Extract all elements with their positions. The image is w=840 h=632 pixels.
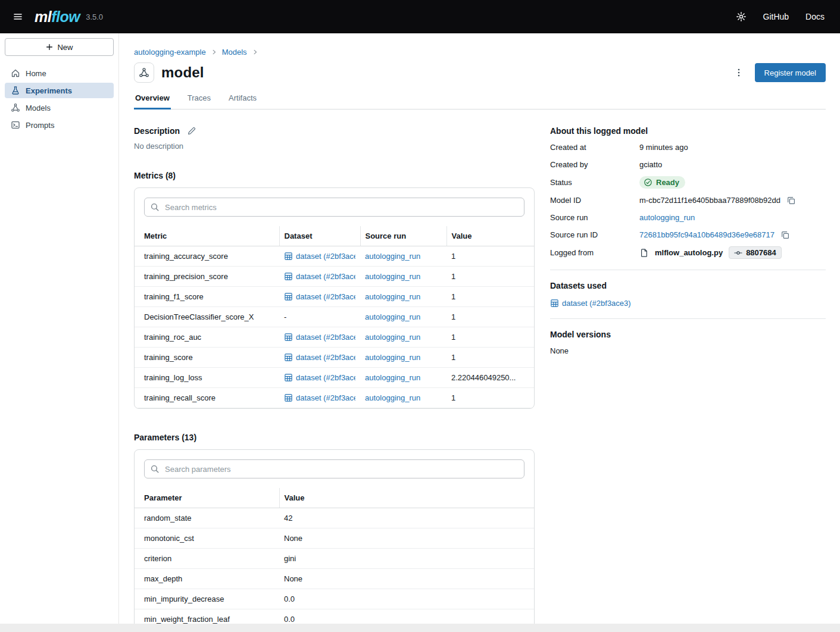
sidebar-item-experiments[interactable]: Experiments bbox=[5, 83, 114, 98]
description-header: Description bbox=[134, 126, 535, 136]
parameters-search-input[interactable] bbox=[144, 459, 524, 478]
dataset-cell: dataset (#2bf3ace3) bbox=[279, 267, 360, 287]
settings-gear-icon[interactable] bbox=[736, 11, 747, 22]
source-run-link[interactable]: autologging_run bbox=[365, 272, 420, 281]
field-label: Logged from bbox=[550, 248, 639, 257]
logo-ml: ml bbox=[35, 8, 51, 26]
metric-value: 1 bbox=[446, 246, 534, 267]
dataset-link-label: dataset (#2bf3ace3) bbox=[296, 292, 355, 301]
source-run-link[interactable]: autologging_run bbox=[365, 373, 420, 382]
parameter-value: None bbox=[279, 569, 534, 589]
breadcrumb-experiment-link[interactable]: autologging-example bbox=[134, 48, 206, 57]
field-label: Status bbox=[550, 178, 639, 187]
metrics-search-input[interactable] bbox=[144, 198, 524, 217]
source-run-link[interactable]: autologging_run bbox=[365, 312, 420, 321]
dataset-link[interactable]: dataset (#2bf3ace3) bbox=[284, 353, 355, 362]
source-run-link[interactable]: autologging_run bbox=[365, 292, 420, 301]
dataset-link[interactable]: dataset (#2bf3ace3) bbox=[284, 292, 355, 301]
field-label: Created at bbox=[550, 143, 639, 152]
tab-traces[interactable]: Traces bbox=[186, 92, 212, 109]
dataset-empty: - bbox=[284, 312, 286, 321]
dataset-link[interactable]: dataset (#2bf3ace3) bbox=[284, 333, 355, 342]
overview-content: Description No description Metrics (8) bbox=[134, 109, 826, 624]
dataset-link-label: dataset (#2bf3ace3) bbox=[562, 299, 631, 308]
main-content: autologging-example Models model Registe… bbox=[119, 33, 840, 624]
github-link[interactable]: GitHub bbox=[763, 12, 789, 21]
table-row: training_precision_score dataset (#2bf3a… bbox=[135, 267, 534, 287]
table-row: criterion gini bbox=[135, 549, 534, 569]
dataset-link[interactable]: dataset (#2bf3ace3) bbox=[284, 272, 355, 281]
version-label: 3.5.0 bbox=[86, 12, 103, 21]
parameter-value: gini bbox=[279, 549, 534, 569]
dataset-cell: - bbox=[279, 307, 360, 327]
breadcrumb: autologging-example Models bbox=[134, 48, 826, 57]
metric-name: training_roc_auc bbox=[135, 327, 279, 348]
sidebar-item-prompts[interactable]: Prompts bbox=[5, 117, 114, 133]
new-button[interactable]: New bbox=[5, 38, 114, 56]
source-run-cell: autologging_run bbox=[360, 348, 446, 368]
source-run-link[interactable]: autologging_run bbox=[365, 393, 420, 402]
dataset-link[interactable]: dataset (#2bf3ace3) bbox=[550, 299, 826, 308]
commit-hash: 8807684 bbox=[746, 248, 776, 257]
dataset-link-label: dataset (#2bf3ace3) bbox=[296, 252, 355, 261]
sidebar-item-home[interactable]: Home bbox=[5, 65, 114, 81]
parameters-header-row: Parameter Value bbox=[135, 488, 534, 508]
about-row-created-at: Created at 9 minutes ago bbox=[550, 142, 826, 153]
dataset-cell: dataset (#2bf3ace3) bbox=[279, 348, 360, 368]
overflow-menu-icon[interactable] bbox=[731, 65, 747, 80]
table-row: training_score dataset (#2bf3ace3) autol… bbox=[135, 348, 534, 368]
tab-overview[interactable]: Overview bbox=[134, 92, 171, 109]
table-row: training_recall_score dataset (#2bf3ace3… bbox=[135, 388, 534, 408]
sidebar-nav: Home Experiments Models Prompts bbox=[5, 65, 114, 133]
copy-icon[interactable] bbox=[780, 230, 790, 240]
table-row: min_weight_fraction_leaf 0.0 bbox=[135, 609, 534, 624]
about-row-source-run-id: Source run ID 72681bb95fc94a10b6489d36e9… bbox=[550, 229, 826, 240]
register-model-button[interactable]: Register model bbox=[755, 63, 826, 82]
about-row-source-run: Source run autologging_run bbox=[550, 212, 826, 223]
dataset-link[interactable]: dataset (#2bf3ace3) bbox=[284, 393, 355, 402]
parameter-name: criterion bbox=[135, 549, 279, 569]
model-icon bbox=[134, 62, 154, 83]
source-run-link[interactable]: autologging_run bbox=[365, 252, 420, 261]
sidebar-item-label: Home bbox=[26, 69, 46, 78]
field-value: autologging_run bbox=[639, 213, 695, 222]
column-header-metric: Metric bbox=[135, 226, 279, 246]
new-button-label: New bbox=[57, 43, 73, 52]
source-run-link[interactable]: autologging_run bbox=[365, 333, 420, 342]
dataset-link[interactable]: dataset (#2bf3ace3) bbox=[284, 373, 355, 382]
plus-icon bbox=[45, 43, 54, 51]
sidebar-item-models[interactable]: Models bbox=[5, 100, 114, 115]
table-row: min_impurity_decrease 0.0 bbox=[135, 589, 534, 609]
parameter-name: max_depth bbox=[135, 569, 279, 589]
mlflow-logo[interactable]: ml flow bbox=[35, 8, 80, 26]
dataset-cell: dataset (#2bf3ace3) bbox=[279, 287, 360, 307]
source-run-cell: autologging_run bbox=[360, 368, 446, 388]
status-badge-label: Ready bbox=[656, 178, 679, 187]
copy-icon[interactable] bbox=[786, 196, 796, 205]
top-navigation-bar: ml flow 3.5.0 GitHub Docs bbox=[0, 0, 840, 33]
field-value: gciatto bbox=[639, 160, 662, 169]
table-icon bbox=[284, 333, 293, 342]
tab-artifacts[interactable]: Artifacts bbox=[227, 92, 258, 109]
source-run-id-link[interactable]: 72681bb95fc94a10b6489d36e9e68717 bbox=[639, 230, 775, 239]
hamburger-menu-icon[interactable] bbox=[10, 8, 26, 25]
dataset-link[interactable]: dataset (#2bf3ace3) bbox=[284, 252, 355, 261]
metrics-search bbox=[144, 198, 524, 217]
breadcrumb-models-link[interactable]: Models bbox=[222, 48, 247, 57]
column-header-dataset: Dataset bbox=[279, 226, 360, 246]
field-value: mlflow_autolog.py 8807684 bbox=[639, 246, 782, 259]
metric-value: 1 bbox=[446, 388, 534, 408]
field-label: Created by bbox=[550, 160, 639, 169]
source-run-cell: autologging_run bbox=[360, 388, 446, 408]
page-header: model Register model bbox=[134, 62, 826, 83]
search-icon bbox=[150, 464, 160, 474]
dataset-cell: dataset (#2bf3ace3) bbox=[279, 388, 360, 408]
commit-badge[interactable]: 8807684 bbox=[729, 246, 782, 259]
source-run-link[interactable]: autologging_run bbox=[365, 353, 420, 362]
source-run-link[interactable]: autologging_run bbox=[639, 213, 695, 222]
docs-link[interactable]: Docs bbox=[805, 12, 825, 21]
edit-description-pencil-icon[interactable] bbox=[187, 126, 196, 136]
logged-from-file: mlflow_autolog.py bbox=[655, 248, 723, 257]
chevron-right-icon bbox=[211, 49, 217, 55]
check-circle-icon bbox=[644, 178, 652, 187]
